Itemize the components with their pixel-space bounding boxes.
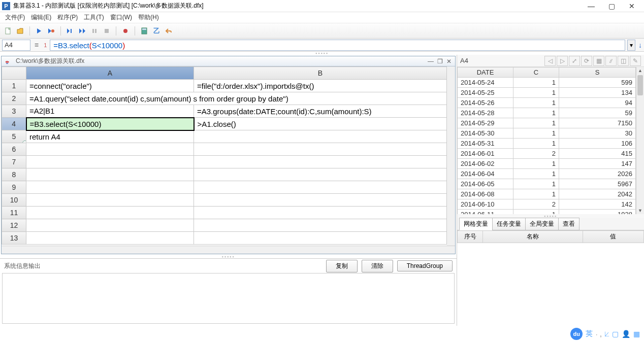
nav-prev-icon[interactable]: ◁ xyxy=(544,56,556,66)
new-file-icon[interactable] xyxy=(3,26,13,36)
ime-screen-icon[interactable]: ▢ xyxy=(612,330,619,338)
row-header[interactable]: 7 xyxy=(2,156,26,168)
cell-b[interactable]: =file("d:/order.xlsx").importxls@tx() xyxy=(194,80,447,92)
tool4-icon[interactable]: ⫽ xyxy=(605,56,617,66)
row-header[interactable]: 9 xyxy=(2,181,26,194)
result-vertical-scrollbar[interactable]: ▲ ▼ xyxy=(636,67,644,214)
close-button[interactable]: ✕ xyxy=(622,1,642,12)
grid-row[interactable]: 3=A2|B1=A3.groups(date:DATE;count(id):C,… xyxy=(2,105,447,118)
pin-icon[interactable]: ✎ xyxy=(630,56,641,66)
execute-arrow-icon[interactable]: ↓ xyxy=(636,41,644,49)
tab-task-vars[interactable]: 任务变量 xyxy=(492,218,526,230)
baidu-ime-icon[interactable]: du xyxy=(570,328,583,340)
row-header[interactable]: 12 xyxy=(2,219,26,232)
cell-b[interactable] xyxy=(194,181,447,194)
cell-a[interactable] xyxy=(26,181,194,194)
grid-row[interactable]: 9 xyxy=(2,181,447,194)
row-header[interactable]: 10 xyxy=(2,194,26,207)
row-header[interactable]: 3 xyxy=(2,105,26,118)
row-header[interactable]: 5− xyxy=(2,130,26,143)
tool3-icon[interactable]: ▦ xyxy=(593,56,604,66)
cell-grid[interactable]: A B 1=connect("oracle")=file("d:/order.x… xyxy=(2,66,447,245)
tab-grid-vars[interactable]: 网格变量 xyxy=(459,218,493,230)
cell-a[interactable]: =connect("oracle") xyxy=(26,80,194,92)
result-row[interactable]: 2014-06-0412026 xyxy=(458,169,636,179)
cell-a[interactable] xyxy=(26,232,194,245)
tab-view[interactable]: 查看 xyxy=(558,218,579,230)
doc-close-icon[interactable]: ✕ xyxy=(445,57,453,65)
open-file-icon[interactable] xyxy=(15,26,25,36)
result-row[interactable]: 2014-05-30130 xyxy=(458,128,636,139)
step-over-icon[interactable] xyxy=(65,26,75,36)
cell-a[interactable]: =B3.select(S<10000) xyxy=(26,118,194,130)
grid-row[interactable]: 5−return A4 xyxy=(2,130,447,143)
cell-a[interactable]: =A1.query("select date,count(id) c,sum(a… xyxy=(26,92,447,105)
grid-horizontal-scrollbar[interactable] xyxy=(2,246,455,254)
vars-col-index[interactable]: 序号 xyxy=(458,231,483,243)
tool2-icon[interactable]: ⟳ xyxy=(581,56,592,66)
chart-icon[interactable]: ◫ xyxy=(618,56,629,66)
result-col-c[interactable]: C xyxy=(513,67,559,78)
ime-dot-icon[interactable]: ⟀ xyxy=(605,330,609,338)
corner-header[interactable] xyxy=(2,67,26,80)
col-header-b[interactable]: B xyxy=(194,67,447,80)
vars-col-value[interactable]: 值 xyxy=(583,231,643,243)
cell-a[interactable] xyxy=(26,143,194,156)
cell-b[interactable] xyxy=(194,168,447,181)
grid-row[interactable]: 1=connect("oracle")=file("d:/order.xlsx"… xyxy=(2,80,447,92)
grid-vertical-scrollbar[interactable] xyxy=(447,66,455,246)
ime-grid-icon[interactable]: ▦ xyxy=(633,330,640,338)
tool1-icon[interactable]: ⤢ xyxy=(569,56,580,66)
result-row[interactable]: 2014-05-241599 xyxy=(458,78,636,88)
formula-dropdown-icon[interactable]: ▾ xyxy=(627,40,635,51)
threadgroup-button[interactable]: ThreadGroup xyxy=(397,260,453,271)
run-debug-icon[interactable] xyxy=(46,26,56,36)
result-row[interactable]: 2014-06-021147 xyxy=(458,159,636,169)
cell-a[interactable] xyxy=(26,194,194,207)
cell-b[interactable] xyxy=(194,232,447,245)
menu-help[interactable]: 帮助(H) xyxy=(135,12,162,23)
grid-row[interactable]: 7 xyxy=(2,156,447,168)
result-row[interactable]: 2014-05-28159 xyxy=(458,108,636,118)
menu-program[interactable]: 程序(P) xyxy=(54,12,81,23)
formula-input[interactable]: =B3.select(S<10000) xyxy=(50,40,625,51)
clear-button[interactable]: 清除 xyxy=(362,260,393,272)
result-row[interactable]: 2014-06-102142 xyxy=(458,199,636,210)
cell-a[interactable] xyxy=(26,207,194,219)
vars-col-name[interactable]: 名称 xyxy=(483,231,583,243)
undo-icon[interactable] xyxy=(164,26,174,36)
minimize-button[interactable]: — xyxy=(581,1,601,12)
grid-row[interactable]: 6 xyxy=(2,143,447,156)
cell-b[interactable] xyxy=(194,130,447,143)
cell-reference-input[interactable] xyxy=(2,40,30,51)
result-row[interactable]: 2014-06-0515967 xyxy=(458,179,636,189)
grid-row[interactable]: 2=A1.query("select date,count(id) c,sum(… xyxy=(2,92,447,105)
cell-b[interactable] xyxy=(194,143,447,156)
maximize-button[interactable]: ▢ xyxy=(601,1,622,12)
cell-b[interactable]: >A1.close() xyxy=(194,118,447,130)
result-col-date[interactable]: DATE xyxy=(458,67,513,78)
cell-b[interactable] xyxy=(194,219,447,232)
calc-icon[interactable] xyxy=(139,26,149,36)
result-row[interactable]: 2014-05-311106 xyxy=(458,139,636,149)
grid-row[interactable]: 8 xyxy=(2,168,447,181)
pause-icon[interactable] xyxy=(89,26,100,36)
menu-tools[interactable]: 工具(T) xyxy=(81,12,107,23)
tab-global-vars[interactable]: 全局变量 xyxy=(525,218,559,230)
row-header[interactable]: 13 xyxy=(2,232,26,245)
cell-a[interactable] xyxy=(26,156,194,168)
cell-a[interactable] xyxy=(26,219,194,232)
menu-window[interactable]: 窗口(W) xyxy=(107,12,135,23)
reset-icon[interactable]: 乙 xyxy=(151,26,162,36)
stop-icon[interactable] xyxy=(102,26,112,36)
result-col-s[interactable]: S xyxy=(559,67,636,78)
row-header[interactable]: 2 xyxy=(2,92,26,105)
menu-edit[interactable]: 编辑(E) xyxy=(28,12,54,23)
menu-file[interactable]: 文件(F) xyxy=(2,12,28,23)
breakpoint-icon[interactable] xyxy=(120,26,131,36)
col-header-a[interactable]: A xyxy=(26,67,194,80)
row-header[interactable]: 8 xyxy=(2,168,26,181)
row-header[interactable]: 11 xyxy=(2,207,26,219)
cell-b[interactable] xyxy=(194,207,447,219)
row-header[interactable]: 1 xyxy=(2,80,26,92)
